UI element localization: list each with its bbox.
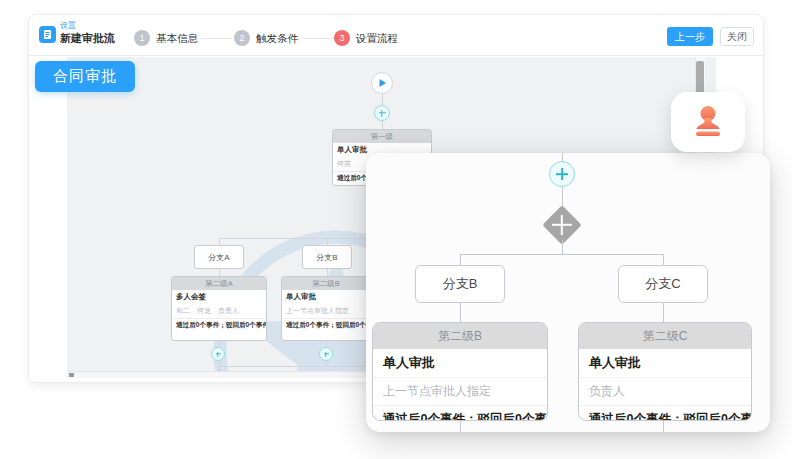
approve-type: 单人审批	[373, 349, 547, 377]
app-subtitle: 设置	[60, 20, 76, 31]
branch-node-a[interactable]: 分支A	[194, 245, 244, 269]
node-header: 第二级A	[172, 277, 266, 290]
flow-connector-line	[460, 421, 461, 432]
step-3-circle[interactable]: 3	[334, 30, 350, 46]
flow-connector-line	[663, 254, 664, 265]
flow-connector-line	[219, 238, 220, 245]
flow-connector-line	[562, 153, 563, 161]
add-node-button[interactable]	[211, 347, 225, 361]
flow-connector-line	[382, 94, 383, 105]
add-node-button[interactable]	[374, 105, 390, 121]
play-icon	[377, 78, 387, 88]
assignee: 上一节点审批人指定	[282, 304, 370, 318]
flow-name-tag: 合同审批	[35, 61, 135, 92]
step-3-label[interactable]: 设置流程	[356, 32, 398, 46]
node-header: 第一级	[333, 130, 431, 143]
stamp-card	[671, 92, 745, 152]
approve-type: 单人审批	[282, 290, 370, 304]
assignee: 负责人	[579, 377, 751, 406]
flow-connector-line	[460, 254, 461, 265]
flow-connector-line	[562, 240, 563, 254]
approval-node-level2c[interactable]: 第二级C 单人审批 负责人 通过后0个事件；驳回后0个事件	[578, 322, 752, 421]
branch-node-b[interactable]: 分支B	[415, 265, 505, 303]
node-header: 第二级B	[282, 277, 370, 290]
approve-type: 单人审批	[579, 349, 751, 377]
previous-step-button[interactable]: 上一步	[667, 27, 713, 46]
events-summary: 通过后0个事件；驳回后0个事件	[579, 406, 751, 421]
branch-node-b[interactable]: 分支B	[302, 245, 352, 269]
step-1-label[interactable]: 基本信息	[156, 32, 198, 46]
flow-connector-line	[663, 421, 664, 432]
start-node[interactable]	[371, 72, 393, 94]
branch-node-c[interactable]: 分支C	[618, 265, 708, 303]
node-header: 第二级B	[373, 323, 547, 349]
zoom-detail-panel: 分支B 分支C 第二级B 单人审批 上一节点审批人指定 通过后0个事件；驳回后0…	[366, 153, 770, 432]
flow-connector-line	[663, 303, 664, 322]
flow-connector-line	[327, 269, 328, 276]
step-connector	[302, 38, 332, 39]
step-2-label[interactable]: 触发条件	[256, 32, 298, 46]
plus-icon	[548, 211, 576, 239]
node-header: 第二级C	[579, 323, 751, 349]
page-title: 新建审批流	[60, 31, 115, 46]
assignee: 和二、何龙、负责人	[172, 304, 266, 318]
step-connector	[202, 38, 232, 39]
events-summary: 通过后0个事件；驳回后0个事件	[282, 318, 370, 332]
close-button[interactable]: 关闭	[720, 27, 754, 46]
page: 设置 新建审批流 1 基本信息 2 触发条件 3 设置流程 上一步 关闭	[0, 0, 792, 459]
approval-node-level2b[interactable]: 第二级B 单人审批 上一节点审批人指定 通过后0个事件；驳回后0个事件	[372, 322, 548, 421]
events-summary: 通过后0个事件；驳回后0个事件	[373, 406, 547, 421]
events-summary: 通过后0个事件；驳回后0个事件	[172, 318, 266, 332]
stamp-icon	[690, 105, 726, 139]
approval-node-level2b[interactable]: 第二级B 单人审批 上一节点审批人指定 通过后0个事件；驳回后0个事件	[281, 276, 371, 341]
top-bar: 设置 新建审批流 1 基本信息 2 触发条件 3 设置流程 上一步 关闭	[29, 15, 763, 56]
add-node-button[interactable]	[319, 347, 333, 361]
flow-connector-line	[460, 303, 461, 322]
horizontal-scrollbar-thumb[interactable]	[69, 373, 74, 377]
step-2-circle[interactable]: 2	[234, 30, 250, 46]
approval-node-level2a[interactable]: 第二级A 多人会签 和二、何龙、负责人 通过后0个事件；驳回后0个事件	[171, 276, 267, 341]
flow-connector-line	[382, 121, 383, 129]
branch-split-line	[460, 254, 663, 255]
flow-connector-line	[219, 269, 220, 276]
assignee: 上一节点审批人指定	[373, 377, 547, 406]
step-1-circle[interactable]: 1	[134, 30, 150, 46]
flow-connector-line	[327, 238, 328, 245]
document-icon	[39, 26, 56, 43]
add-node-button[interactable]	[549, 161, 575, 187]
approve-type: 多人会签	[172, 290, 266, 304]
